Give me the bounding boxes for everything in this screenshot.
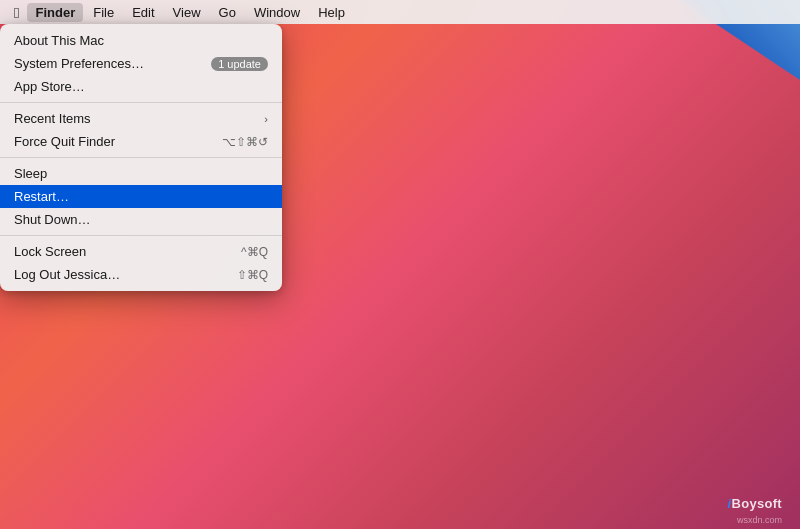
separator-1: [0, 102, 282, 103]
system-prefs-badge: 1 update: [211, 57, 268, 71]
separator-3: [0, 235, 282, 236]
view-menu-button[interactable]: View: [165, 3, 209, 22]
menubar:  Finder File Edit View Go Window Help: [0, 0, 800, 24]
menu-item-log-out[interactable]: Log Out Jessica… ⇧⌘Q: [0, 263, 282, 286]
file-menu-button[interactable]: File: [85, 3, 122, 22]
menu-item-app-store[interactable]: App Store…: [0, 75, 282, 98]
recent-items-arrow: ›: [264, 113, 268, 125]
lock-screen-label: Lock Screen: [14, 244, 86, 259]
menu-item-restart[interactable]: Restart…: [0, 185, 282, 208]
sleep-label: Sleep: [14, 166, 47, 181]
lock-screen-shortcut: ^⌘Q: [241, 245, 268, 259]
menu-item-sleep[interactable]: Sleep: [0, 162, 282, 185]
apple-menu-button[interactable]: : [8, 2, 25, 23]
separator-2: [0, 157, 282, 158]
menu-item-lock-screen[interactable]: Lock Screen ^⌘Q: [0, 240, 282, 263]
apple-dropdown-menu: About This Mac System Preferences… 1 upd…: [0, 24, 282, 291]
app-store-label: App Store…: [14, 79, 85, 94]
menu-item-about-mac-label: About This Mac: [14, 33, 104, 48]
restart-label: Restart…: [14, 189, 69, 204]
watermark-site: wsxdn.com: [737, 515, 782, 525]
system-prefs-label: System Preferences…: [14, 56, 144, 71]
window-menu-button[interactable]: Window: [246, 3, 308, 22]
finder-menu-button[interactable]: Finder: [27, 3, 83, 22]
log-out-shortcut: ⇧⌘Q: [237, 268, 268, 282]
menu-item-force-quit[interactable]: Force Quit Finder ⌥⇧⌘↺: [0, 130, 282, 153]
menu-item-shut-down[interactable]: Shut Down…: [0, 208, 282, 231]
menu-item-about-mac[interactable]: About This Mac: [0, 29, 282, 52]
log-out-label: Log Out Jessica…: [14, 267, 120, 282]
shut-down-label: Shut Down…: [14, 212, 91, 227]
watermark: iBoysoft: [728, 496, 782, 511]
force-quit-shortcut: ⌥⇧⌘↺: [222, 135, 268, 149]
watermark-brand-text: Boysoft: [732, 496, 783, 511]
menu-item-system-prefs[interactable]: System Preferences… 1 update: [0, 52, 282, 75]
force-quit-label: Force Quit Finder: [14, 134, 115, 149]
go-menu-button[interactable]: Go: [211, 3, 244, 22]
help-menu-button[interactable]: Help: [310, 3, 353, 22]
edit-menu-button[interactable]: Edit: [124, 3, 162, 22]
menu-item-recent-items[interactable]: Recent Items ›: [0, 107, 282, 130]
recent-items-label: Recent Items: [14, 111, 91, 126]
